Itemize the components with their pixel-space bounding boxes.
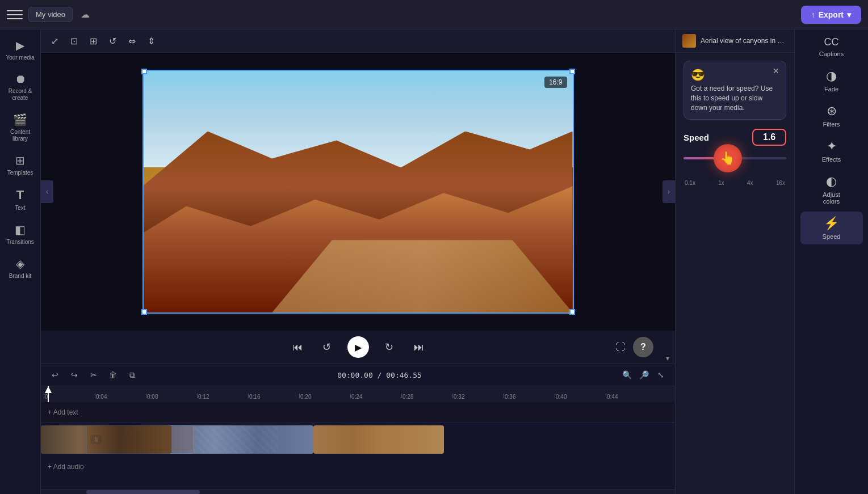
skip-forward-button[interactable]: ⏭: [410, 338, 428, 356]
speed-header: Speed 1.6: [684, 129, 786, 146]
scrollbar-thumb[interactable]: [86, 490, 200, 494]
speed-tick-2: 4x: [747, 180, 753, 186]
rewind-button[interactable]: ↺: [318, 338, 336, 356]
brand-kit-icon: ◈: [16, 257, 24, 271]
add-audio-button[interactable]: + Add audio: [41, 463, 91, 471]
time-display: 00:00.00 / 00:46.55: [144, 371, 615, 379]
cut-button[interactable]: ✂: [86, 368, 101, 382]
text-icon: T: [16, 188, 24, 202]
speed-tooltip: ✕ 😎 Got a need for speed? Use this to sp…: [684, 61, 786, 120]
ruler-marks: 0 0:04 0:08 0:12 0:16 0:20 0:24 0:28 0:3…: [41, 386, 657, 402]
sidebar-item-templates[interactable]: ⊞ Templates: [2, 149, 39, 181]
speed-ticks: 0.1x 1x 4x 16x: [684, 180, 786, 186]
speed-nav-label: Speed: [823, 233, 841, 240]
export-arrow-icon: ↑: [811, 10, 815, 19]
effects-button[interactable]: ✦ Effects: [800, 134, 863, 167]
handle-top-right[interactable]: [569, 69, 575, 74]
undo-button[interactable]: ↩: [48, 368, 62, 382]
speed-icon: ⚡: [824, 216, 839, 231]
speed-slider-thumb[interactable]: 👆: [714, 144, 742, 172]
video-clip-4-thumbnail: [313, 425, 444, 454]
preview-area: ‹ 16:9 ›: [41, 53, 675, 331]
crop-tool-button[interactable]: ⊡: [65, 32, 83, 50]
handle-bottom-right[interactable]: [569, 309, 575, 315]
tooltip-close-button[interactable]: ✕: [771, 66, 781, 76]
fullscreen-button[interactable]: ⛶: [611, 338, 630, 356]
collapse-timeline-button[interactable]: ▾: [666, 354, 669, 362]
video-clip-4[interactable]: [313, 425, 444, 454]
save-icon[interactable]: ☁: [78, 8, 92, 22]
handle-bottom-left[interactable]: [141, 309, 147, 315]
left-sidebar: ▶ Your media ⏺ Record &create 🎬 Contentl…: [0, 29, 41, 494]
captions-icon: CC: [824, 36, 839, 48]
resize-tool-button[interactable]: ⊞: [84, 32, 102, 50]
play-button[interactable]: ▶: [347, 336, 369, 358]
delete-button[interactable]: 🗑: [106, 368, 120, 382]
rotate-tool-button[interactable]: ↺: [103, 32, 121, 50]
redo-button[interactable]: ↪: [67, 368, 82, 382]
expand-right-button[interactable]: ›: [662, 180, 675, 203]
sidebar-label-record: Record &create: [9, 88, 32, 102]
transitions-icon: ◧: [15, 223, 26, 237]
video-container: 16:9: [142, 70, 574, 314]
text-track-row: + Add text: [41, 402, 675, 423]
expand-left-button[interactable]: ‹: [41, 180, 53, 203]
sidebar-item-record[interactable]: ⏺ Record &create: [2, 68, 39, 106]
your-media-icon: ▶: [16, 39, 24, 52]
menu-icon[interactable]: [7, 7, 23, 23]
timeline-area: ↩ ↪ ✂ 🗑 ⧉ 00:00.00 / 00:46.55 🔍 🔎 ⤡ 0 0:…: [41, 364, 675, 494]
main-area: ▶ Your media ⏺ Record &create 🎬 Contentl…: [0, 29, 868, 494]
sidebar-item-your-media[interactable]: ▶ Your media: [2, 34, 39, 66]
playhead[interactable]: [48, 386, 49, 402]
zoom-fit-button[interactable]: ⤡: [653, 368, 668, 382]
ruler-mark-28: 0:28: [401, 394, 452, 400]
fit-tool-button[interactable]: ⤢: [45, 32, 64, 50]
speed-slider-track[interactable]: 👆: [684, 157, 786, 159]
export-button[interactable]: ↑ Export ▾: [801, 6, 861, 24]
speed-slider-container: 👆 0.1x 1x 4x 16x: [684, 157, 786, 186]
adjust-colors-button[interactable]: ◐ Adjustcolors: [800, 170, 863, 209]
zoom-controls: 🔍 🔎 ⤡: [619, 368, 668, 382]
project-title[interactable]: My video: [28, 7, 73, 22]
sidebar-item-transitions[interactable]: ◧ Transitions: [2, 218, 39, 250]
sidebar-label-content-library: Contentlibrary: [10, 129, 30, 142]
flip-h-tool-button[interactable]: ⇔: [123, 32, 141, 50]
tooltip-emoji: 😎: [691, 68, 779, 82]
ruler-mark-16: 0:16: [248, 394, 299, 400]
speed-button[interactable]: ⚡ Speed: [800, 212, 863, 244]
ruler-mark-40: 0:40: [555, 394, 606, 400]
forward-button[interactable]: ↻: [380, 338, 399, 356]
timeline-scrollbar[interactable]: [41, 489, 675, 494]
ruler-mark-36: 0:36: [504, 394, 555, 400]
help-button[interactable]: ?: [633, 337, 653, 357]
ruler-mark-24: 0:24: [350, 394, 401, 400]
video-clip-3[interactable]: [171, 425, 313, 454]
sidebar-item-content-library[interactable]: 🎬 Contentlibrary: [2, 108, 39, 147]
adjust-colors-icon: ◐: [826, 174, 837, 189]
sidebar-item-text[interactable]: T Text: [2, 183, 39, 216]
duplicate-button[interactable]: ⧉: [125, 368, 140, 382]
effects-label: Effects: [822, 156, 841, 163]
zoom-out-button[interactable]: 🔍: [619, 368, 634, 382]
captions-button[interactable]: CC Captions: [800, 32, 863, 62]
speed-tick-3: 16x: [776, 180, 785, 186]
sidebar-item-brand-kit[interactable]: ◈ Brand kit: [2, 252, 39, 284]
timeline-ruler: 0 0:04 0:08 0:12 0:16 0:20 0:24 0:28 0:3…: [41, 386, 675, 402]
media-title: Aerial view of canyons in Monu...: [701, 37, 787, 45]
zoom-in-button[interactable]: 🔎: [636, 368, 651, 382]
center-area: ⤢ ⊡ ⊞ ↺ ⇔ ⇕ ‹ 16:9 ›: [41, 29, 675, 494]
skip-back-button[interactable]: ⏮: [288, 338, 307, 356]
fade-button[interactable]: ◑ Fade: [800, 64, 863, 97]
right-panel-items: ◑ Fade ⊛ Filters ✦ Effects ◐ Adjustcolor…: [795, 62, 868, 247]
add-text-button[interactable]: + Add text: [41, 408, 85, 416]
video-clip-2-thumbnail: [41, 425, 171, 454]
filters-button[interactable]: ⊛ Filters: [800, 99, 863, 132]
video-clip-2[interactable]: [41, 425, 171, 454]
audio-track-row: + Add audio: [41, 457, 675, 477]
sidebar-label-transitions: Transitions: [6, 239, 34, 246]
speed-value-input[interactable]: 1.6: [752, 129, 786, 146]
handle-top-left[interactable]: [141, 69, 147, 74]
flip-v-tool-button[interactable]: ⇕: [142, 32, 160, 50]
hand-cursor-icon: 👆: [720, 151, 735, 166]
captions-label: Captions: [819, 50, 844, 57]
